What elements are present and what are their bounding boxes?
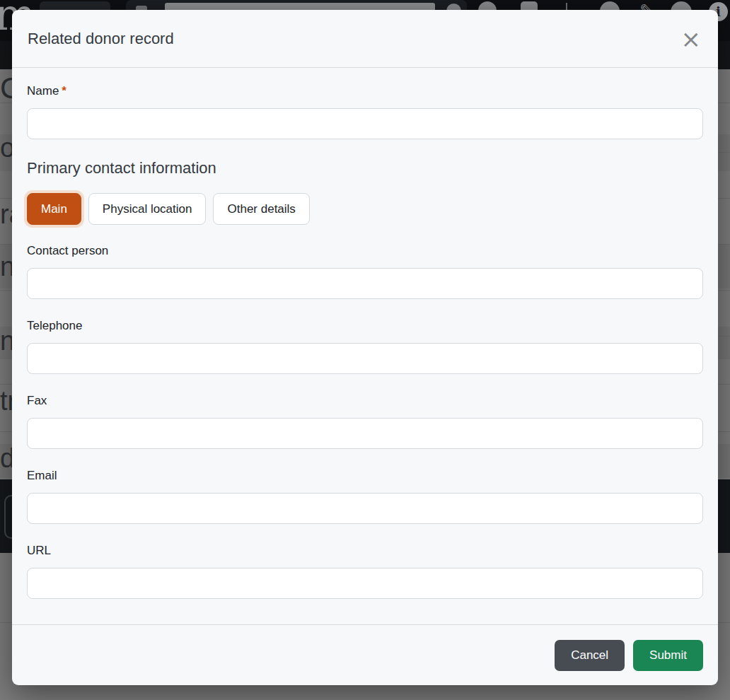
email-label: Email <box>27 468 703 484</box>
name-label-text: Name <box>27 84 59 98</box>
submit-button[interactable]: Submit <box>633 640 703 671</box>
dialog-header: Related donor record × <box>12 10 718 68</box>
fax-label: Fax <box>27 393 703 409</box>
contact-tabs: MainPhysical locationOther details <box>27 193 703 225</box>
required-marker: * <box>62 84 66 98</box>
section-heading: Primary contact information <box>27 158 703 178</box>
dialog-body: Name* Primary contact information MainPh… <box>12 68 718 624</box>
field-group-email: Email <box>27 468 703 524</box>
field-group-url: URL <box>27 543 703 599</box>
contact-person-field[interactable] <box>27 268 703 299</box>
url-field[interactable] <box>27 568 703 599</box>
telephone-label: Telephone <box>27 318 703 334</box>
field-group-fax: Fax <box>27 393 703 449</box>
dialog-footer: Cancel Submit <box>12 624 718 685</box>
contact-person-label: Contact person <box>27 243 703 259</box>
email-field[interactable] <box>27 493 703 524</box>
tab-physical-location[interactable]: Physical location <box>88 193 207 225</box>
close-icon[interactable]: × <box>680 27 703 51</box>
telephone-field[interactable] <box>27 343 703 374</box>
url-label: URL <box>27 543 703 559</box>
contact-fields: Contact personTelephoneFaxEmailURL <box>27 243 703 599</box>
field-group-telephone: Telephone <box>27 318 703 374</box>
name-label: Name* <box>27 83 703 99</box>
fax-field[interactable] <box>27 418 703 449</box>
related-donor-record-dialog: Related donor record × Name* Primary con… <box>12 10 718 685</box>
field-group-contact-person: Contact person <box>27 243 703 299</box>
tab-other-details[interactable]: Other details <box>213 193 309 225</box>
tab-main[interactable]: Main <box>27 193 81 225</box>
dialog-title: Related donor record <box>28 30 174 48</box>
name-field[interactable] <box>27 108 703 139</box>
cancel-button[interactable]: Cancel <box>555 640 625 671</box>
